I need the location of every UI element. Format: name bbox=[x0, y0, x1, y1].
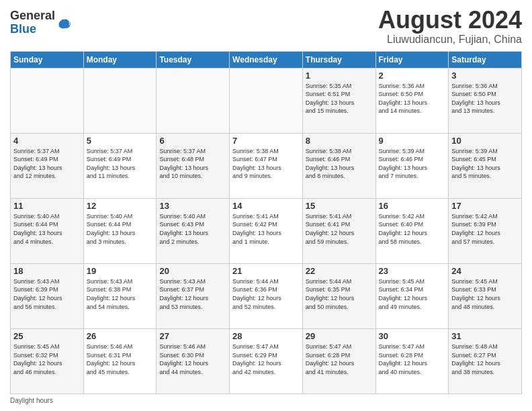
calendar-subtitle: Liuwudiancun, Fujian, China bbox=[378, 34, 522, 46]
logo-blue: Blue bbox=[10, 22, 36, 36]
calendar-cell: 21Sunrise: 5:44 AMSunset: 6:36 PMDayligh… bbox=[230, 263, 303, 328]
calendar-cell: 17Sunrise: 5:42 AMSunset: 6:39 PMDayligh… bbox=[449, 198, 522, 263]
day-number: 26 bbox=[87, 331, 154, 341]
day-info: Sunrise: 5:43 AMSunset: 6:39 PMDaylight:… bbox=[13, 277, 81, 311]
day-info: Sunrise: 5:44 AMSunset: 6:36 PMDaylight:… bbox=[232, 277, 300, 311]
calendar-cell: 29Sunrise: 5:47 AMSunset: 6:28 PMDayligh… bbox=[302, 328, 375, 394]
day-info: Sunrise: 5:37 AMSunset: 6:49 PMDaylight:… bbox=[87, 147, 154, 181]
day-info: Sunrise: 5:37 AMSunset: 6:48 PMDaylight:… bbox=[159, 147, 226, 181]
header-monday: Monday bbox=[83, 51, 157, 68]
day-number: 16 bbox=[379, 201, 446, 211]
calendar-header: SundayMondayTuesdayWednesdayThursdayFrid… bbox=[11, 51, 522, 68]
day-info: Sunrise: 5:40 AMSunset: 6:43 PMDaylight:… bbox=[159, 212, 226, 246]
day-info: Sunrise: 5:39 AMSunset: 6:46 PMDaylight:… bbox=[379, 147, 446, 181]
daylight-label: Daylight hours bbox=[10, 397, 53, 404]
day-number: 2 bbox=[379, 71, 446, 81]
calendar-cell: 15Sunrise: 5:41 AMSunset: 6:41 PMDayligh… bbox=[302, 198, 375, 263]
day-number: 28 bbox=[232, 331, 300, 341]
day-info: Sunrise: 5:41 AMSunset: 6:42 PMDaylight:… bbox=[232, 212, 300, 246]
footer: Daylight hours bbox=[10, 397, 522, 404]
header-thursday: Thursday bbox=[302, 51, 375, 68]
day-number: 7 bbox=[232, 136, 300, 146]
logo-general: General bbox=[10, 9, 55, 22]
day-info: Sunrise: 5:40 AMSunset: 6:44 PMDaylight:… bbox=[13, 212, 81, 246]
calendar-cell bbox=[157, 68, 230, 133]
calendar-table: SundayMondayTuesdayWednesdayThursdayFrid… bbox=[10, 51, 522, 394]
calendar-cell: 12Sunrise: 5:40 AMSunset: 6:44 PMDayligh… bbox=[83, 198, 157, 263]
day-info: Sunrise: 5:35 AMSunset: 6:51 PMDaylight:… bbox=[306, 82, 373, 116]
day-number: 14 bbox=[232, 201, 300, 211]
logo-text: General Blue bbox=[10, 9, 55, 36]
calendar-cell: 7Sunrise: 5:38 AMSunset: 6:47 PMDaylight… bbox=[230, 133, 303, 198]
calendar-cell: 26Sunrise: 5:46 AMSunset: 6:31 PMDayligh… bbox=[83, 328, 157, 394]
calendar-cell: 22Sunrise: 5:44 AMSunset: 6:35 PMDayligh… bbox=[302, 263, 375, 328]
calendar-cell: 4Sunrise: 5:37 AMSunset: 6:49 PMDaylight… bbox=[11, 133, 84, 198]
day-info: Sunrise: 5:45 AMSunset: 6:33 PMDaylight:… bbox=[451, 277, 519, 311]
calendar-cell: 27Sunrise: 5:46 AMSunset: 6:30 PMDayligh… bbox=[157, 328, 230, 394]
title-block: August 2024 Liuwudiancun, Fujian, China bbox=[378, 7, 522, 46]
day-info: Sunrise: 5:44 AMSunset: 6:35 PMDaylight:… bbox=[306, 277, 373, 311]
calendar-cell: 18Sunrise: 5:43 AMSunset: 6:39 PMDayligh… bbox=[11, 263, 84, 328]
day-number: 13 bbox=[159, 201, 226, 211]
day-number: 21 bbox=[232, 266, 300, 276]
day-info: Sunrise: 5:48 AMSunset: 6:27 PMDaylight:… bbox=[451, 342, 519, 376]
calendar-cell: 14Sunrise: 5:41 AMSunset: 6:42 PMDayligh… bbox=[230, 198, 303, 263]
week-row-1: 1Sunrise: 5:35 AMSunset: 6:51 PMDaylight… bbox=[11, 68, 522, 133]
day-info: Sunrise: 5:43 AMSunset: 6:37 PMDaylight:… bbox=[159, 277, 226, 311]
header-saturday: Saturday bbox=[449, 51, 522, 68]
day-info: Sunrise: 5:39 AMSunset: 6:45 PMDaylight:… bbox=[451, 147, 519, 181]
header: General Blue August 2024 Liuwudiancun, F… bbox=[10, 7, 522, 46]
day-info: Sunrise: 5:47 AMSunset: 6:28 PMDaylight:… bbox=[379, 342, 446, 376]
logo-icon bbox=[56, 15, 71, 30]
header-sunday: Sunday bbox=[11, 51, 84, 68]
day-info: Sunrise: 5:36 AMSunset: 6:50 PMDaylight:… bbox=[451, 82, 519, 116]
day-number: 18 bbox=[13, 266, 81, 276]
day-header-row: SundayMondayTuesdayWednesdayThursdayFrid… bbox=[11, 51, 522, 68]
day-info: Sunrise: 5:37 AMSunset: 6:49 PMDaylight:… bbox=[13, 147, 81, 181]
day-number: 1 bbox=[306, 71, 373, 81]
header-wednesday: Wednesday bbox=[230, 51, 303, 68]
day-number: 31 bbox=[451, 331, 519, 341]
day-number: 5 bbox=[87, 136, 154, 146]
day-number: 9 bbox=[379, 136, 446, 146]
day-number: 27 bbox=[159, 331, 226, 341]
calendar-cell: 9Sunrise: 5:39 AMSunset: 6:46 PMDaylight… bbox=[375, 133, 449, 198]
week-row-4: 18Sunrise: 5:43 AMSunset: 6:39 PMDayligh… bbox=[11, 263, 522, 328]
calendar-cell: 1Sunrise: 5:35 AMSunset: 6:51 PMDaylight… bbox=[302, 68, 375, 133]
day-info: Sunrise: 5:36 AMSunset: 6:50 PMDaylight:… bbox=[379, 82, 446, 116]
day-number: 8 bbox=[306, 136, 373, 146]
week-row-2: 4Sunrise: 5:37 AMSunset: 6:49 PMDaylight… bbox=[11, 133, 522, 198]
calendar-cell: 30Sunrise: 5:47 AMSunset: 6:28 PMDayligh… bbox=[375, 328, 449, 394]
calendar-body: 1Sunrise: 5:35 AMSunset: 6:51 PMDaylight… bbox=[11, 68, 522, 394]
day-number: 3 bbox=[451, 71, 519, 81]
page: General Blue August 2024 Liuwudiancun, F… bbox=[0, 0, 532, 411]
day-info: Sunrise: 5:38 AMSunset: 6:47 PMDaylight:… bbox=[232, 147, 300, 181]
day-number: 11 bbox=[13, 201, 81, 211]
day-number: 15 bbox=[306, 201, 373, 211]
calendar-cell: 20Sunrise: 5:43 AMSunset: 6:37 PMDayligh… bbox=[157, 263, 230, 328]
day-info: Sunrise: 5:46 AMSunset: 6:31 PMDaylight:… bbox=[87, 342, 154, 376]
calendar-cell: 6Sunrise: 5:37 AMSunset: 6:48 PMDaylight… bbox=[157, 133, 230, 198]
day-info: Sunrise: 5:41 AMSunset: 6:41 PMDaylight:… bbox=[306, 212, 373, 246]
calendar-cell bbox=[11, 68, 84, 133]
day-info: Sunrise: 5:45 AMSunset: 6:34 PMDaylight:… bbox=[379, 277, 446, 311]
calendar-cell: 11Sunrise: 5:40 AMSunset: 6:44 PMDayligh… bbox=[11, 198, 84, 263]
day-number: 22 bbox=[306, 266, 373, 276]
day-number: 19 bbox=[87, 266, 154, 276]
header-friday: Friday bbox=[375, 51, 449, 68]
calendar-title: August 2024 bbox=[378, 7, 522, 34]
calendar-cell bbox=[83, 68, 157, 133]
day-info: Sunrise: 5:47 AMSunset: 6:29 PMDaylight:… bbox=[232, 342, 300, 376]
week-row-3: 11Sunrise: 5:40 AMSunset: 6:44 PMDayligh… bbox=[11, 198, 522, 263]
week-row-5: 25Sunrise: 5:45 AMSunset: 6:32 PMDayligh… bbox=[11, 328, 522, 394]
day-number: 10 bbox=[451, 136, 519, 146]
day-number: 29 bbox=[306, 331, 373, 341]
calendar-cell: 5Sunrise: 5:37 AMSunset: 6:49 PMDaylight… bbox=[83, 133, 157, 198]
calendar-cell: 2Sunrise: 5:36 AMSunset: 6:50 PMDaylight… bbox=[375, 68, 449, 133]
calendar-cell: 3Sunrise: 5:36 AMSunset: 6:50 PMDaylight… bbox=[449, 68, 522, 133]
day-info: Sunrise: 5:43 AMSunset: 6:38 PMDaylight:… bbox=[87, 277, 154, 311]
calendar-cell bbox=[230, 68, 303, 133]
day-info: Sunrise: 5:46 AMSunset: 6:30 PMDaylight:… bbox=[159, 342, 226, 376]
day-info: Sunrise: 5:38 AMSunset: 6:46 PMDaylight:… bbox=[306, 147, 373, 181]
header-tuesday: Tuesday bbox=[157, 51, 230, 68]
